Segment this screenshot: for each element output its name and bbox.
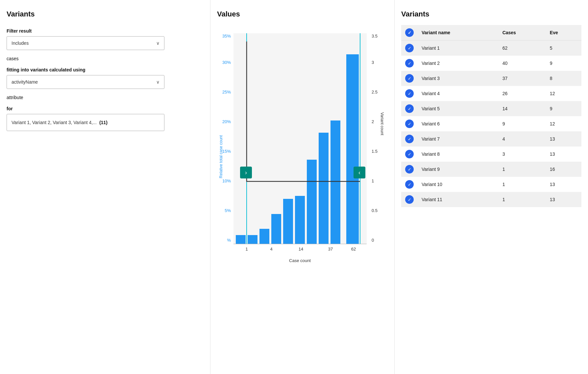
bar-1 [236,235,246,244]
check-circle-icon[interactable]: ✓ [405,165,414,174]
yr-label-0r: 0 [372,238,374,243]
row-check-cell: ✓ [401,101,418,116]
row-cases: 37 [499,71,546,86]
checkmark-icon: ✓ [408,91,411,96]
variant-list-text: Variant 1, Variant 2, Variant 3, Variant… [12,120,97,125]
table-row: ✓ Variant 8 3 13 [401,147,581,162]
checkmark-icon: ✓ [408,152,411,157]
attribute-section: attribute [7,95,200,100]
chart-title: Values [217,10,388,18]
row-variant-name: Variant 6 [418,116,499,131]
table-row: ✓ Variant 6 9 12 [401,116,581,131]
check-circle-icon[interactable]: ✓ [405,44,414,52]
row-cases: 3 [499,147,546,162]
cases-label: cases [7,56,200,61]
check-circle-icon[interactable]: ✓ [405,74,414,83]
yr-label-15: 1.5 [372,149,378,154]
middle-panel: Values 35% 30% 25% 20% 15% 10% 5% % 3.5 … [210,0,395,374]
checkmark-icon: ✓ [408,182,411,187]
row-variant-name: Variant 4 [418,86,499,101]
y-axis-left-label: Relative total case count [219,135,223,178]
left-panel: Variants Filter result Includes ∨ cases … [0,0,210,374]
bar-10 [346,54,359,244]
header-check-icon[interactable]: ✓ [405,28,414,37]
row-check-cell: ✓ [401,71,418,86]
row-events: 13 [546,192,581,207]
check-circle-icon[interactable]: ✓ [405,59,414,67]
row-cases: 40 [499,56,546,71]
row-variant-name: Variant 2 [418,56,499,71]
check-circle-icon[interactable]: ✓ [405,89,414,98]
row-check-cell: ✓ [401,177,418,192]
y-label-5: 5% [225,208,231,213]
row-cases: 62 [499,40,546,56]
variant-list-box[interactable]: Variant 1, Variant 2, Variant 3, Variant… [7,114,164,131]
row-events: 16 [546,162,581,177]
cases-section: cases [7,56,200,61]
row-variant-name: Variant 1 [418,40,499,56]
x-tick-4: 4 [270,247,272,252]
checkmark-icon: ✓ [408,46,411,51]
checkmark-icon: ✓ [408,106,411,111]
activity-name-value: activityName [12,79,38,85]
bar-5 [283,199,293,244]
x-tick-37: 37 [328,247,333,252]
bar-7 [307,160,317,244]
filter-result-section: Filter result Includes ∨ [7,28,200,50]
chevron-down-icon: ∨ [156,40,159,46]
bar-chart: 35% 30% 25% 20% 15% 10% 5% % 3.5 3 2.5 2… [217,25,385,321]
row-variant-name: Variant 7 [418,131,499,147]
row-cases: 1 [499,192,546,207]
checkmark-icon: ✓ [408,76,411,81]
table-row: ✓ Variant 10 1 13 [401,177,581,192]
th-cases: Cases [499,25,546,40]
filter-result-value: Includes [12,40,29,46]
fitting-label: fitting into variants calculated using [7,67,200,72]
check-circle-icon[interactable]: ✓ [405,104,414,113]
row-check-cell: ✓ [401,40,418,56]
row-check-cell: ✓ [401,162,418,177]
row-check-cell: ✓ [401,131,418,147]
table-row: ✓ Variant 7 4 13 [401,131,581,147]
row-cases: 1 [499,177,546,192]
table-row: ✓ Variant 3 37 8 [401,71,581,86]
fitting-section: fitting into variants calculated using a… [7,67,200,89]
variant-count-badge: (11) [99,120,108,125]
row-check-cell: ✓ [401,147,418,162]
y-label-20: 20% [222,119,231,124]
activity-name-select[interactable]: activityName ∨ [7,75,164,89]
y-label-35: 35% [222,34,231,39]
y-label-15: 15% [222,149,231,154]
check-circle-icon[interactable]: ✓ [405,120,414,128]
row-variant-name: Variant 11 [418,192,499,207]
row-variant-name: Variant 3 [418,71,499,86]
checkmark-icon: ✓ [408,167,411,172]
filter-result-select[interactable]: Includes ∨ [7,36,164,50]
checkmark-icon: ✓ [408,197,411,202]
bar-3 [259,229,269,244]
row-cases: 4 [499,131,546,147]
row-events: 9 [546,56,581,71]
yr-label-25: 2.5 [372,90,378,94]
yr-label-05: 0.5 [372,208,378,213]
x-tick-62: 62 [351,247,356,252]
row-variant-name: Variant 9 [418,162,499,177]
row-cases: 14 [499,101,546,116]
filter-result-label: Filter result [7,28,200,34]
row-events: 12 [546,86,581,101]
row-check-cell: ✓ [401,116,418,131]
attribute-label: attribute [7,95,200,100]
row-check-cell: ✓ [401,192,418,207]
row-check-cell: ✓ [401,86,418,101]
check-circle-icon[interactable]: ✓ [405,180,414,189]
check-circle-icon[interactable]: ✓ [405,195,414,204]
check-circle-icon[interactable]: ✓ [405,135,414,143]
chevron-down-icon-2: ∨ [156,79,159,85]
checkmark-icon: ✓ [408,30,411,35]
right-panel: Variants ✓ Variant name Cases Eve ✓ Vari… [395,0,588,374]
table-row: ✓ Variant 9 1 16 [401,162,581,177]
row-events: 9 [546,101,581,116]
yr-label-2: 2 [372,119,374,124]
y-label-10: 10% [222,178,231,183]
check-circle-icon[interactable]: ✓ [405,150,414,158]
